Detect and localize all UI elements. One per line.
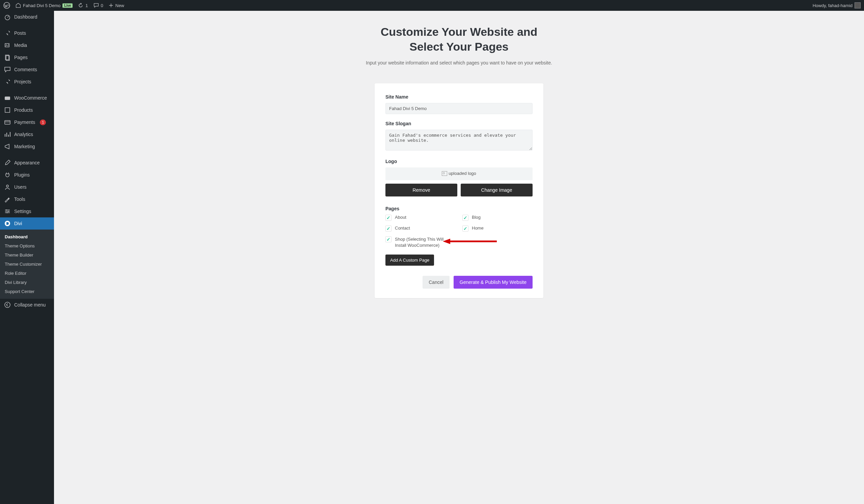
updates-count: 1 <box>85 3 88 8</box>
products-icon <box>4 107 11 113</box>
page-label: Contact <box>395 226 410 230</box>
comments-link[interactable]: 0 <box>94 3 103 8</box>
collapse-icon <box>4 301 11 308</box>
submenu-item-divi-library[interactable]: Divi Library <box>0 278 54 287</box>
remove-logo-button[interactable]: Remove <box>385 184 457 196</box>
wp-admin-bar: Fahad Divi 5 Demo Live 1 0 New Howdy, fa… <box>0 0 864 11</box>
sidebar-item-divi[interactable]: Divi <box>0 217 54 230</box>
page-check-contact[interactable]: ✓ Contact <box>385 226 456 231</box>
media-icon <box>4 42 11 49</box>
setup-card: Site Name Site Slogan Logo uploaded logo… <box>375 83 543 298</box>
sidebar-item-appearance[interactable]: Appearance <box>0 157 54 169</box>
checkbox-icon[interactable]: ✓ <box>463 215 468 221</box>
checkbox-icon[interactable]: ✓ <box>463 226 468 231</box>
marketing-icon <box>4 143 11 150</box>
pin-icon <box>4 78 11 85</box>
dashboard-icon <box>4 13 11 20</box>
generate-publish-button[interactable]: Generate & Publish My Website <box>454 276 532 289</box>
sidebar-item-projects[interactable]: Projects <box>0 76 54 88</box>
sidebar-item-label: Divi <box>14 221 22 226</box>
sidebar-item-label: Users <box>14 184 27 190</box>
svg-point-10 <box>6 209 7 211</box>
site-link[interactable]: Fahad Divi 5 Demo Live <box>15 3 73 8</box>
checkbox-icon[interactable]: ✓ <box>385 215 392 221</box>
pin-icon <box>4 30 11 36</box>
comments-icon <box>4 66 11 73</box>
howdy-link[interactable]: Howdy, fahad-hamid <box>813 2 861 9</box>
sidebar-item-posts[interactable]: Posts <box>0 27 54 39</box>
sidebar-item-plugins[interactable]: Plugins <box>0 169 54 181</box>
sidebar-item-label: Appearance <box>14 160 40 165</box>
sidebar-item-label: Payments <box>14 120 35 125</box>
brush-icon <box>4 159 11 166</box>
broken-image-icon <box>442 171 447 176</box>
sidebar-item-label: Pages <box>14 55 28 60</box>
pages-field-label: Pages <box>385 206 532 211</box>
change-image-button[interactable]: Change Image <box>461 184 532 196</box>
sidebar-item-products[interactable]: Products <box>0 104 54 116</box>
logo-preview: uploaded logo <box>385 167 532 180</box>
svg-rect-5 <box>5 97 10 100</box>
main-content: Customize Your Website and Select Your P… <box>54 11 864 504</box>
sidebar-item-dashboard[interactable]: Dashboard <box>0 11 54 23</box>
page-check-home[interactable]: ✓ Home <box>463 226 532 231</box>
new-link[interactable]: New <box>109 3 124 8</box>
wrench-icon <box>4 196 11 203</box>
page-label: Shop (Selecting This Will Install WooCom… <box>395 236 445 249</box>
heading-line2: Select Your Pages <box>409 40 508 53</box>
sidebar-item-label: Projects <box>14 79 32 84</box>
submenu-item-role-editor[interactable]: Role Editor <box>0 269 54 278</box>
svg-rect-7 <box>5 121 10 124</box>
site-name-input[interactable] <box>385 103 532 114</box>
sidebar-item-label: Products <box>14 107 33 113</box>
svg-point-9 <box>7 185 9 187</box>
collapse-label: Collapse menu <box>14 302 46 308</box>
sidebar-item-comments[interactable]: Comments <box>0 63 54 76</box>
cancel-button[interactable]: Cancel <box>422 276 449 289</box>
updates-link[interactable]: 1 <box>78 3 88 8</box>
badge-count: 1 <box>40 120 46 125</box>
sidebar-item-settings[interactable]: Settings <box>0 205 54 217</box>
page-check-blog[interactable]: ✓ Blog <box>463 215 532 221</box>
sidebar-item-label: WooCommerce <box>14 95 47 100</box>
sidebar-item-label: Tools <box>14 196 25 202</box>
checkbox-icon[interactable]: ✓ <box>385 236 392 242</box>
sidebar-item-label: Plugins <box>14 172 30 178</box>
sidebar-item-label: Settings <box>14 208 32 214</box>
sidebar-item-users[interactable]: Users <box>0 181 54 193</box>
svg-point-12 <box>7 212 8 213</box>
payments-icon <box>4 119 11 125</box>
settings-icon <box>4 208 11 215</box>
collapse-menu-button[interactable]: Collapse menu <box>0 299 54 311</box>
sidebar-item-tools[interactable]: Tools <box>0 193 54 205</box>
live-badge: Live <box>62 3 73 8</box>
svg-point-14 <box>5 302 10 308</box>
page-check-about[interactable]: ✓ About <box>385 215 456 221</box>
submenu-item-theme-customizer[interactable]: Theme Customizer <box>0 260 54 269</box>
divi-submenu: DashboardTheme OptionsTheme BuilderTheme… <box>0 230 54 299</box>
logo-field-label: Logo <box>385 159 532 164</box>
sidebar-item-marketing[interactable]: Marketing <box>0 141 54 153</box>
add-custom-page-button[interactable]: Add A Custom Page <box>385 254 434 266</box>
divi-icon <box>4 220 11 227</box>
wp-logo-icon[interactable] <box>3 2 10 9</box>
sidebar-item-label: Media <box>14 43 27 48</box>
submenu-item-dashboard[interactable]: Dashboard <box>0 232 54 241</box>
sidebar-item-woocommerce[interactable]: WooCommerce <box>0 92 54 104</box>
checkbox-icon[interactable]: ✓ <box>385 226 392 231</box>
sidebar-item-media[interactable]: Media <box>0 39 54 51</box>
submenu-item-theme-builder[interactable]: Theme Builder <box>0 251 54 260</box>
svg-rect-6 <box>5 108 10 112</box>
pages-icon <box>4 54 11 61</box>
sidebar-item-pages[interactable]: Pages <box>0 51 54 63</box>
page-check-shop[interactable]: ✓ Shop (Selecting This Will Install WooC… <box>385 236 456 249</box>
sidebar-item-analytics[interactable]: Analytics <box>0 128 54 141</box>
submenu-item-theme-options[interactable]: Theme Options <box>0 241 54 251</box>
comments-count: 0 <box>101 3 103 8</box>
submenu-item-support-center[interactable]: Support Center <box>0 287 54 296</box>
slogan-input[interactable] <box>385 130 532 151</box>
page-subtitle: Input your website information and selec… <box>366 59 552 67</box>
slogan-field-label: Site Slogan <box>385 121 532 126</box>
new-label: New <box>116 3 124 8</box>
sidebar-item-payments[interactable]: Payments1 <box>0 116 54 128</box>
